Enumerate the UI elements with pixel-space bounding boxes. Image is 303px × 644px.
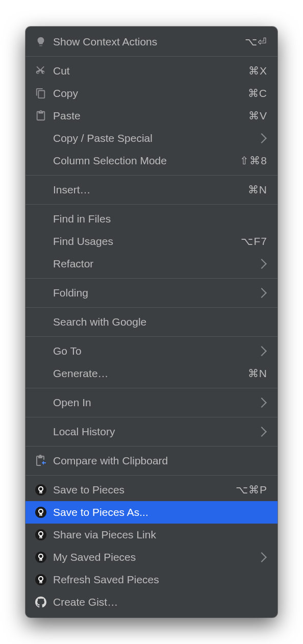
menu-item-save-to-pieces-as[interactable]: Save to Pieces As... xyxy=(26,501,277,524)
menu-item-label: Cut xyxy=(53,65,248,77)
menu-item-paste[interactable]: Paste ⌘V xyxy=(26,105,277,127)
menu-item-label: Generate… xyxy=(53,367,248,380)
lightbulb-icon xyxy=(33,35,49,49)
menu-item-label: Compare with Clipboard xyxy=(53,455,267,467)
menu-item-label: Go To xyxy=(53,345,258,357)
menu-separator xyxy=(26,204,277,205)
menu-item-shortcut: ⌘N xyxy=(248,367,267,380)
menu-item-label: Save to Pieces xyxy=(53,484,236,496)
pieces-icon xyxy=(33,550,49,564)
blank-icon xyxy=(33,315,49,329)
menu-separator xyxy=(26,475,277,476)
menu-item-local-history[interactable]: Local History xyxy=(26,420,277,443)
menu-item-label: Column Selection Mode xyxy=(53,155,240,167)
diff-clipboard-icon xyxy=(33,454,49,468)
menu-separator xyxy=(26,446,277,447)
menu-item-shortcut: ⌘N xyxy=(248,184,267,196)
blank-icon xyxy=(33,183,49,197)
menu-item-share-via-pieces-link[interactable]: Share via Pieces Link xyxy=(26,524,277,546)
menu-item-open-in[interactable]: Open In xyxy=(26,391,277,414)
menu-item-copy[interactable]: Copy ⌘C xyxy=(26,82,277,105)
menu-item-shortcut: ⌘V xyxy=(248,110,267,122)
menu-item-label: Local History xyxy=(53,426,258,438)
blank-icon xyxy=(33,286,49,300)
menu-item-label: Copy / Paste Special xyxy=(53,132,258,144)
menu-item-refactor[interactable]: Refactor xyxy=(26,253,277,275)
menu-item-label: My Saved Pieces xyxy=(53,551,258,563)
menu-item-label: Paste xyxy=(53,110,248,122)
chevron-right-icon xyxy=(257,398,267,408)
menu-item-my-saved-pieces[interactable]: My Saved Pieces xyxy=(26,546,277,568)
menu-item-show-context-actions[interactable]: Show Context Actions ⌥⏎ xyxy=(26,31,277,53)
blank-icon xyxy=(33,366,49,381)
menu-item-generate[interactable]: Generate… ⌘N xyxy=(26,362,277,385)
menu-item-compare-with-clipboard[interactable]: Compare with Clipboard xyxy=(26,450,277,472)
menu-separator xyxy=(26,56,277,57)
menu-item-label: Find in Files xyxy=(53,213,267,225)
blank-icon xyxy=(33,234,49,249)
scissors-icon xyxy=(33,64,49,78)
menu-item-label: Insert… xyxy=(53,184,248,196)
svg-point-1 xyxy=(35,507,46,518)
svg-point-4 xyxy=(35,574,46,585)
menu-item-label: Show Context Actions xyxy=(53,36,245,48)
pieces-icon xyxy=(33,505,49,519)
menu-item-search-with-google[interactable]: Search with Google xyxy=(26,311,277,333)
menu-item-shortcut: ⌥⏎ xyxy=(245,36,267,48)
menu-separator xyxy=(26,388,277,388)
menu-item-label: Search with Google xyxy=(53,316,267,328)
blank-icon xyxy=(33,212,49,226)
blank-icon xyxy=(33,344,49,358)
menu-item-find-usages[interactable]: Find Usages ⌥F7 xyxy=(26,230,277,253)
menu-item-create-gist[interactable]: Create Gist… xyxy=(26,591,277,613)
menu-item-label: Share via Pieces Link xyxy=(53,529,267,541)
menu-item-label: Folding xyxy=(53,287,258,299)
context-menu: Show Context Actions ⌥⏎ Cut ⌘X Copy ⌘C P… xyxy=(26,27,277,617)
copy-icon xyxy=(33,86,49,101)
menu-separator xyxy=(26,175,277,176)
menu-item-shortcut: ⌥⌘P xyxy=(236,484,267,496)
menu-separator xyxy=(26,336,277,337)
pieces-icon xyxy=(33,528,49,542)
chevron-right-icon xyxy=(257,346,267,356)
menu-separator xyxy=(26,278,277,279)
blank-icon xyxy=(33,425,49,439)
pieces-icon xyxy=(33,483,49,497)
menu-item-shortcut: ⌥F7 xyxy=(241,235,267,247)
menu-item-label: Open In xyxy=(53,397,258,409)
menu-item-insert[interactable]: Insert… ⌘N xyxy=(26,179,277,201)
menu-item-label: Create Gist… xyxy=(53,596,267,608)
menu-item-copy-paste-special[interactable]: Copy / Paste Special xyxy=(26,127,277,150)
blank-icon xyxy=(33,131,49,145)
menu-item-go-to[interactable]: Go To xyxy=(26,340,277,362)
chevron-right-icon xyxy=(257,552,267,562)
menu-item-label: Save to Pieces As... xyxy=(53,506,267,518)
svg-point-3 xyxy=(35,552,46,563)
blank-icon xyxy=(33,154,49,168)
chevron-right-icon xyxy=(257,288,267,298)
menu-item-refresh-saved-pieces[interactable]: Refresh Saved Pieces xyxy=(26,568,277,591)
menu-item-shortcut: ⇧⌘8 xyxy=(240,155,267,167)
menu-item-label: Refresh Saved Pieces xyxy=(53,574,267,586)
chevron-right-icon xyxy=(257,259,267,269)
menu-item-cut[interactable]: Cut ⌘X xyxy=(26,60,277,82)
svg-point-2 xyxy=(35,529,46,540)
clipboard-icon xyxy=(33,109,49,123)
menu-item-shortcut: ⌘X xyxy=(248,65,267,77)
menu-item-label: Find Usages xyxy=(53,235,241,247)
svg-point-0 xyxy=(35,484,46,496)
blank-icon xyxy=(33,395,49,410)
chevron-right-icon xyxy=(257,133,267,143)
menu-item-find-in-files[interactable]: Find in Files xyxy=(26,208,277,230)
menu-item-save-to-pieces[interactable]: Save to Pieces ⌥⌘P xyxy=(26,479,277,501)
menu-separator xyxy=(26,307,277,308)
pieces-icon xyxy=(33,573,49,587)
blank-icon xyxy=(33,257,49,271)
menu-item-label: Copy xyxy=(53,87,248,100)
github-icon xyxy=(33,595,49,609)
menu-item-folding[interactable]: Folding xyxy=(26,282,277,304)
chevron-right-icon xyxy=(257,427,267,437)
menu-item-column-selection-mode[interactable]: Column Selection Mode ⇧⌘8 xyxy=(26,150,277,172)
menu-item-shortcut: ⌘C xyxy=(248,87,267,100)
menu-separator xyxy=(26,417,277,417)
